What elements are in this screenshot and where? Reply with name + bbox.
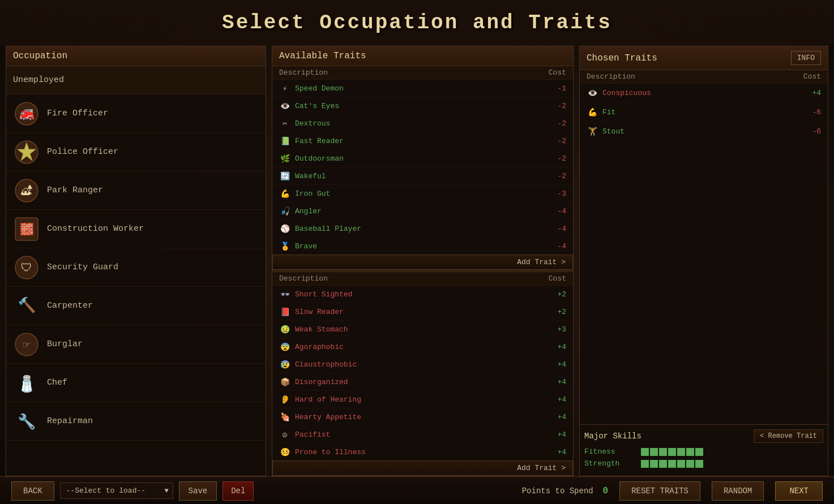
occupation-item-carpenter[interactable]: 🔨 Carpenter <box>6 287 266 325</box>
occupation-item-construction-worker[interactable]: 🧱 Construction Worker <box>6 210 266 248</box>
neg-trait-cost: +4 <box>549 448 566 456</box>
next-button[interactable]: NEXT <box>775 481 823 501</box>
positive-trait-item[interactable]: ⚾ Baseball Player -4 <box>272 220 573 238</box>
occupation-item-chef[interactable]: 🧂 Chef <box>6 364 266 402</box>
back-button[interactable]: BACK <box>11 481 54 501</box>
neg-trait-cost: +4 <box>549 395 566 404</box>
svg-text:🔧: 🔧 <box>18 412 36 431</box>
security-guard-icon: 🛡 <box>13 254 40 281</box>
negative-trait-item[interactable]: 👓 Short Sighted +2 <box>272 286 573 303</box>
negative-trait-item[interactable]: 📕 Slow Reader +2 <box>272 303 573 321</box>
chosen-traits-header: Chosen Traits INFO <box>580 46 828 70</box>
trait-cost: -1 <box>549 84 566 93</box>
points-label: Points to Spend 0 <box>522 486 608 496</box>
skill-bar-container <box>641 448 823 456</box>
chosen-trait-cost: -6 <box>804 108 821 117</box>
neg-trait-name: Short Sighted <box>295 290 549 299</box>
trait-icon-3: 📗 <box>279 135 290 147</box>
trait-name: Fast Reader <box>295 137 549 145</box>
del-button[interactable]: Del <box>223 481 254 501</box>
neg-trait-cost: +4 <box>549 343 566 351</box>
major-skills-title: Major Skills <box>584 432 641 441</box>
chosen-trait-item[interactable]: 👁️ Conspicuous +4 <box>580 84 828 103</box>
chosen-trait-item[interactable]: 💪 Fit -6 <box>580 103 828 122</box>
load-select-wrapper: --Select to load-- ▼ <box>60 483 173 499</box>
svg-text:🛡: 🛡 <box>21 262 32 275</box>
negative-trait-item[interactable]: 😨 Agoraphobic +4 <box>272 338 573 356</box>
chosen-traits-list: 👁️ Conspicuous +4 💪 Fit -6 🏋️ Stout -6 <box>580 84 828 424</box>
occupation-item-burglar[interactable]: ☞ Burglar <box>6 325 266 364</box>
neg-trait-name: Disorganized <box>295 378 549 386</box>
available-traits-col-header: Description Cost <box>272 66 573 80</box>
positive-trait-item[interactable]: 🔄 Wakeful -2 <box>272 167 573 185</box>
negative-trait-item[interactable]: 🤒 Prone to Illness +4 <box>272 443 573 460</box>
neg-trait-cost: +4 <box>549 378 566 386</box>
add-positive-trait-button[interactable]: Add Trait > <box>272 255 573 270</box>
trait-icon-2: ✂️ <box>279 118 290 129</box>
park-ranger-icon: 🏕 <box>13 177 40 204</box>
neg-trait-cost: +4 <box>549 360 566 369</box>
skill-bar-seg <box>686 460 694 468</box>
positive-trait-item[interactable]: ✂️ Dextrous -2 <box>272 115 573 132</box>
skill-bar-seg <box>641 448 649 456</box>
neg-trait-name: Hearty Appetite <box>295 413 549 421</box>
occupation-item-fire-officer[interactable]: 🚒 Fire Officer <box>6 94 266 133</box>
positive-trait-item[interactable]: 🌿 Outdoorsman -2 <box>272 150 573 167</box>
neg-trait-icon-2: 🤢 <box>279 324 290 335</box>
negative-trait-item[interactable]: ☮️ Pacifist +4 <box>272 426 573 443</box>
info-button[interactable]: INFO <box>791 51 821 65</box>
trait-icon-1: 👁️ <box>279 100 290 111</box>
occupation-name-police-officer: Police Officer <box>47 147 118 157</box>
skill-name: Strength <box>584 459 641 468</box>
neg-trait-icon-3: 😨 <box>279 341 290 352</box>
positive-trait-item[interactable]: 📗 Fast Reader -2 <box>272 132 573 150</box>
carpenter-icon: 🔨 <box>13 292 40 320</box>
remove-trait-button[interactable]: < Remove Trait <box>754 429 823 443</box>
neg-trait-icon-7: 🍖 <box>279 411 290 423</box>
chosen-trait-item[interactable]: 🏋️ Stout -6 <box>580 122 828 141</box>
load-select[interactable]: --Select to load-- <box>60 483 173 499</box>
occupation-item-security-guard[interactable]: 🛡 Security Guard <box>6 248 266 287</box>
occupation-name-fire-officer: Fire Officer <box>47 109 108 118</box>
occupation-item-park-ranger[interactable]: 🏕 Park Ranger <box>6 171 266 210</box>
chosen-trait-cost: -6 <box>804 127 821 136</box>
add-negative-trait-button[interactable]: Add Trait > <box>272 460 573 476</box>
skill-bar-seg <box>695 448 703 456</box>
trait-cost: -4 <box>549 225 566 233</box>
occupation-item-repairman[interactable]: 🔧 Repairman <box>6 402 266 441</box>
positive-trait-item[interactable]: ⚡ Speed Demon -1 <box>272 80 573 97</box>
negative-trait-item[interactable]: 🤢 Weak Stomach +3 <box>272 321 573 338</box>
negative-trait-item[interactable]: 🍖 Hearty Appetite +4 <box>272 408 573 426</box>
skill-bar-seg <box>659 448 667 456</box>
positive-trait-item[interactable]: 👁️ Cat's Eyes -2 <box>272 97 573 115</box>
occupation-item-police-officer[interactable]: Police Officer <box>6 133 266 171</box>
occupation-panel: Occupation Unemployed 🚒 Fire Officer <box>6 46 266 476</box>
negative-trait-item[interactable]: 😰 Claustrophobic +4 <box>272 356 573 373</box>
trait-icon-6: 💪 <box>279 188 290 199</box>
negative-trait-item[interactable]: 📦 Disorganized +4 <box>272 373 573 391</box>
trait-name: Baseball Player <box>295 225 549 233</box>
occupation-item-unemployed[interactable]: Unemployed <box>6 66 266 94</box>
neg-trait-cost: +2 <box>549 308 566 316</box>
skill-bar-seg <box>677 460 685 468</box>
chosen-cost-header: Cost <box>803 72 821 81</box>
svg-text:🚒: 🚒 <box>19 106 35 122</box>
chosen-trait-name: Stout <box>602 127 804 136</box>
neg-trait-icon-6: 👂 <box>279 394 290 405</box>
available-traits-header: Available Traits <box>272 46 573 66</box>
occupation-name-carpenter: Carpenter <box>47 301 93 311</box>
positive-trait-item[interactable]: 💪 Iron Gut -3 <box>272 185 573 203</box>
random-button[interactable]: RANDOM <box>712 481 764 501</box>
reset-traits-button[interactable]: RESET TRAITS <box>619 481 700 501</box>
svg-text:🧱: 🧱 <box>20 222 34 236</box>
main-content: Occupation Unemployed 🚒 Fire Officer <box>0 46 834 476</box>
save-button[interactable]: Save <box>179 481 217 501</box>
trait-icon-7: 🎣 <box>279 205 290 217</box>
positive-trait-item[interactable]: 🎣 Angler -4 <box>272 203 573 220</box>
negative-traits-list: 👓 Short Sighted +2 📕 Slow Reader +2 🤢 We… <box>272 286 573 460</box>
skill-name: Fitness <box>584 447 641 456</box>
skill-bar-seg <box>668 448 676 456</box>
neg-trait-cost: +3 <box>549 325 566 334</box>
negative-trait-item[interactable]: 👂 Hard of Hearing +4 <box>272 391 573 408</box>
positive-trait-item[interactable]: 🏅 Brave -4 <box>272 238 573 255</box>
